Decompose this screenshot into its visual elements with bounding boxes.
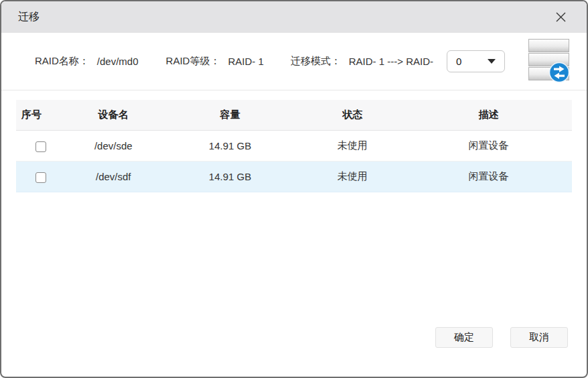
- dialog-title: 迁移: [18, 10, 40, 24]
- cell-description: 闲置设备: [405, 162, 572, 192]
- cell-device: /dev/sdf: [66, 162, 161, 192]
- row-checkbox[interactable]: [35, 141, 46, 152]
- dialog-footer: 确定 取消: [435, 327, 568, 348]
- table-row[interactable]: /dev/sde 14.91 GB 未使用 闲置设备: [16, 131, 572, 162]
- disk-stack-transfer-icon: [528, 38, 572, 86]
- raid-level-select-value: 0: [456, 56, 461, 67]
- raid-info-bar: RAID名称： /dev/md0 RAID等级： RAID- 1 迁移模式： R…: [1, 33, 587, 90]
- raid-name-group: RAID名称： /dev/md0: [35, 55, 139, 68]
- header-device: 设备名: [66, 100, 161, 131]
- ok-button[interactable]: 确定: [435, 327, 493, 348]
- header-description: 描述: [405, 100, 572, 131]
- cell-description: 闲置设备: [405, 131, 572, 162]
- cell-device: /dev/sde: [66, 131, 161, 162]
- header-capacity: 容量: [161, 100, 300, 131]
- device-table: 序号 设备名 容量 状态 描述 /dev/sde 14.91 GB 未使用 闲置…: [16, 100, 572, 192]
- row-checkbox[interactable]: [35, 172, 46, 183]
- table-header-row: 序号 设备名 容量 状态 描述: [16, 100, 572, 131]
- cell-status: 未使用: [299, 131, 405, 162]
- header-index: 序号: [16, 100, 66, 131]
- raid-name-label: RAID名称：: [35, 55, 89, 68]
- raid-level-group: RAID等级： RAID- 1: [166, 55, 264, 68]
- chevron-down-icon: [488, 59, 496, 64]
- cancel-button[interactable]: 取消: [510, 327, 568, 348]
- raid-level-value: RAID- 1: [228, 56, 263, 67]
- cell-capacity: 14.91 GB: [161, 162, 300, 192]
- close-icon[interactable]: [555, 11, 567, 23]
- raid-level-select[interactable]: 0: [447, 50, 505, 72]
- table-row[interactable]: /dev/sdf 14.91 GB 未使用 闲置设备: [16, 162, 572, 192]
- migration-dialog: 迁移 RAID名称： /dev/md0 RAID等级： RAID- 1 迁移模式…: [0, 0, 588, 378]
- cell-status: 未使用: [299, 162, 405, 192]
- migration-mode-group: 迁移模式： RAID- 1 ---> RAID-: [291, 55, 433, 68]
- cell-capacity: 14.91 GB: [161, 131, 300, 162]
- dialog-titlebar: 迁移: [1, 1, 587, 33]
- migration-mode-label: 迁移模式：: [291, 55, 341, 68]
- raid-level-label: RAID等级：: [166, 55, 220, 68]
- migration-mode-value: RAID- 1 ---> RAID-: [349, 56, 433, 67]
- header-status: 状态: [299, 100, 405, 131]
- raid-name-value: /dev/md0: [97, 56, 139, 67]
